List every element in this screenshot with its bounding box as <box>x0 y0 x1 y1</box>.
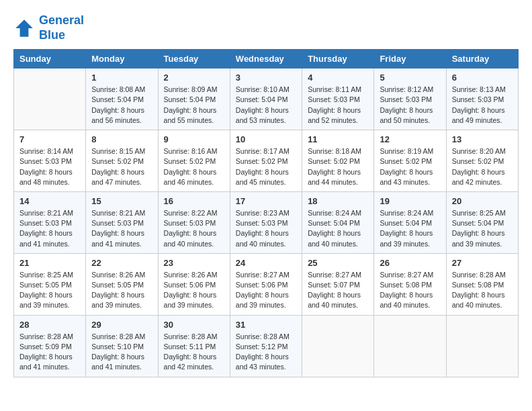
day-number: 11 <box>308 134 368 144</box>
calendar-cell: 29Sunrise: 8:28 AM Sunset: 5:10 PM Dayli… <box>86 315 158 377</box>
dow-header-friday: Friday <box>374 50 446 68</box>
day-info: Sunrise: 8:28 AM Sunset: 5:10 PM Dayligh… <box>91 332 152 373</box>
day-info: Sunrise: 8:24 AM Sunset: 5:04 PM Dayligh… <box>308 208 368 249</box>
day-info: Sunrise: 8:16 AM Sunset: 5:02 PM Dayligh… <box>164 146 224 187</box>
day-info: Sunrise: 8:27 AM Sunset: 5:06 PM Dayligh… <box>236 270 296 311</box>
dow-header-sunday: Sunday <box>14 50 86 68</box>
day-info: Sunrise: 8:27 AM Sunset: 5:07 PM Dayligh… <box>308 270 368 311</box>
calendar-cell: 15Sunrise: 8:21 AM Sunset: 5:03 PM Dayli… <box>86 191 158 253</box>
day-info: Sunrise: 8:25 AM Sunset: 5:05 PM Dayligh… <box>19 270 80 311</box>
logo: GeneralBlue <box>13 13 84 42</box>
day-info: Sunrise: 8:17 AM Sunset: 5:02 PM Dayligh… <box>236 146 296 187</box>
day-number: 25 <box>308 258 368 268</box>
calendar-cell: 10Sunrise: 8:17 AM Sunset: 5:02 PM Dayli… <box>230 130 302 192</box>
day-number: 5 <box>380 73 440 83</box>
calendar-cell: 6Sunrise: 8:13 AM Sunset: 5:03 PM Daylig… <box>446 68 518 130</box>
day-number: 31 <box>236 320 296 330</box>
dow-header-saturday: Saturday <box>446 50 518 68</box>
day-info: Sunrise: 8:20 AM Sunset: 5:02 PM Dayligh… <box>452 146 513 187</box>
day-number: 12 <box>380 134 440 144</box>
calendar-cell: 30Sunrise: 8:28 AM Sunset: 5:11 PM Dayli… <box>158 315 230 377</box>
calendar-cell: 14Sunrise: 8:21 AM Sunset: 5:03 PM Dayli… <box>14 191 86 253</box>
calendar-cell: 11Sunrise: 8:18 AM Sunset: 5:02 PM Dayli… <box>302 130 374 192</box>
day-info: Sunrise: 8:22 AM Sunset: 5:03 PM Dayligh… <box>164 208 224 249</box>
calendar-cell: 2Sunrise: 8:09 AM Sunset: 5:04 PM Daylig… <box>158 68 230 130</box>
day-info: Sunrise: 8:24 AM Sunset: 5:04 PM Dayligh… <box>380 208 440 249</box>
day-number: 2 <box>164 73 224 83</box>
dow-header-wednesday: Wednesday <box>230 50 302 68</box>
svg-marker-0 <box>15 19 33 37</box>
logo-text: GeneralBlue <box>39 13 84 42</box>
day-info: Sunrise: 8:12 AM Sunset: 5:03 PM Dayligh… <box>380 85 440 126</box>
calendar-cell: 1Sunrise: 8:08 AM Sunset: 5:04 PM Daylig… <box>86 68 158 130</box>
days-of-week-row: SundayMondayTuesdayWednesdayThursdayFrid… <box>14 50 519 68</box>
day-info: Sunrise: 8:14 AM Sunset: 5:03 PM Dayligh… <box>19 146 80 187</box>
day-info: Sunrise: 8:08 AM Sunset: 5:04 PM Dayligh… <box>91 85 152 126</box>
calendar-cell: 8Sunrise: 8:15 AM Sunset: 5:02 PM Daylig… <box>86 130 158 192</box>
calendar-cell: 24Sunrise: 8:27 AM Sunset: 5:06 PM Dayli… <box>230 253 302 315</box>
day-info: Sunrise: 8:25 AM Sunset: 5:04 PM Dayligh… <box>452 208 513 249</box>
day-info: Sunrise: 8:27 AM Sunset: 5:08 PM Dayligh… <box>380 270 440 311</box>
calendar-cell: 31Sunrise: 8:28 AM Sunset: 5:12 PM Dayli… <box>230 315 302 377</box>
calendar-cell: 3Sunrise: 8:10 AM Sunset: 5:04 PM Daylig… <box>230 68 302 130</box>
day-number: 23 <box>164 258 224 268</box>
dow-header-tuesday: Tuesday <box>158 50 230 68</box>
day-number: 13 <box>452 134 513 144</box>
day-number: 10 <box>236 134 296 144</box>
calendar-cell: 13Sunrise: 8:20 AM Sunset: 5:02 PM Dayli… <box>446 130 518 192</box>
day-number: 16 <box>164 196 224 206</box>
calendar-cell <box>446 315 518 377</box>
day-number: 1 <box>91 73 152 83</box>
day-info: Sunrise: 8:28 AM Sunset: 5:11 PM Dayligh… <box>164 332 224 373</box>
day-info: Sunrise: 8:18 AM Sunset: 5:02 PM Dayligh… <box>308 146 368 187</box>
day-info: Sunrise: 8:21 AM Sunset: 5:03 PM Dayligh… <box>91 208 152 249</box>
calendar-cell: 17Sunrise: 8:23 AM Sunset: 5:03 PM Dayli… <box>230 191 302 253</box>
calendar-cell <box>374 315 446 377</box>
day-info: Sunrise: 8:23 AM Sunset: 5:03 PM Dayligh… <box>236 208 296 249</box>
calendar-cell: 25Sunrise: 8:27 AM Sunset: 5:07 PM Dayli… <box>302 253 374 315</box>
calendar-cell: 16Sunrise: 8:22 AM Sunset: 5:03 PM Dayli… <box>158 191 230 253</box>
day-info: Sunrise: 8:15 AM Sunset: 5:02 PM Dayligh… <box>91 146 152 187</box>
day-info: Sunrise: 8:11 AM Sunset: 5:03 PM Dayligh… <box>308 85 368 126</box>
calendar-cell: 18Sunrise: 8:24 AM Sunset: 5:04 PM Dayli… <box>302 191 374 253</box>
day-number: 30 <box>164 320 224 330</box>
dow-header-thursday: Thursday <box>302 50 374 68</box>
calendar-cell: 5Sunrise: 8:12 AM Sunset: 5:03 PM Daylig… <box>374 68 446 130</box>
day-info: Sunrise: 8:26 AM Sunset: 5:05 PM Dayligh… <box>91 270 152 311</box>
day-info: Sunrise: 8:28 AM Sunset: 5:08 PM Dayligh… <box>452 270 513 311</box>
day-info: Sunrise: 8:09 AM Sunset: 5:04 PM Dayligh… <box>164 85 224 126</box>
day-info: Sunrise: 8:13 AM Sunset: 5:03 PM Dayligh… <box>452 85 513 126</box>
day-number: 21 <box>19 258 80 268</box>
day-info: Sunrise: 8:28 AM Sunset: 5:09 PM Dayligh… <box>19 332 80 373</box>
calendar-week-4: 21Sunrise: 8:25 AM Sunset: 5:05 PM Dayli… <box>14 253 519 315</box>
day-number: 8 <box>91 134 152 144</box>
calendar-cell: 4Sunrise: 8:11 AM Sunset: 5:03 PM Daylig… <box>302 68 374 130</box>
day-info: Sunrise: 8:28 AM Sunset: 5:12 PM Dayligh… <box>236 332 296 373</box>
day-number: 24 <box>236 258 296 268</box>
day-number: 7 <box>19 134 80 144</box>
day-info: Sunrise: 8:10 AM Sunset: 5:04 PM Dayligh… <box>236 85 296 126</box>
calendar-cell <box>302 315 374 377</box>
calendar-cell: 12Sunrise: 8:19 AM Sunset: 5:02 PM Dayli… <box>374 130 446 192</box>
day-number: 4 <box>308 73 368 83</box>
day-number: 9 <box>164 134 224 144</box>
calendar-cell: 19Sunrise: 8:24 AM Sunset: 5:04 PM Dayli… <box>374 191 446 253</box>
day-number: 20 <box>452 196 513 206</box>
day-number: 3 <box>236 73 296 83</box>
calendar-cell: 22Sunrise: 8:26 AM Sunset: 5:05 PM Dayli… <box>86 253 158 315</box>
day-info: Sunrise: 8:21 AM Sunset: 5:03 PM Dayligh… <box>19 208 80 249</box>
day-number: 19 <box>380 196 440 206</box>
day-number: 27 <box>452 258 513 268</box>
day-info: Sunrise: 8:26 AM Sunset: 5:06 PM Dayligh… <box>164 270 224 311</box>
day-number: 29 <box>91 320 152 330</box>
page-header: GeneralBlue <box>13 13 519 42</box>
calendar-cell: 9Sunrise: 8:16 AM Sunset: 5:02 PM Daylig… <box>158 130 230 192</box>
day-number: 6 <box>452 73 513 83</box>
calendar-cell: 21Sunrise: 8:25 AM Sunset: 5:05 PM Dayli… <box>14 253 86 315</box>
calendar-cell: 27Sunrise: 8:28 AM Sunset: 5:08 PM Dayli… <box>446 253 518 315</box>
calendar-cell: 7Sunrise: 8:14 AM Sunset: 5:03 PM Daylig… <box>14 130 86 192</box>
calendar-week-2: 7Sunrise: 8:14 AM Sunset: 5:03 PM Daylig… <box>14 130 519 192</box>
calendar-body: 1Sunrise: 8:08 AM Sunset: 5:04 PM Daylig… <box>14 68 519 377</box>
day-number: 28 <box>19 320 80 330</box>
day-number: 14 <box>19 196 80 206</box>
